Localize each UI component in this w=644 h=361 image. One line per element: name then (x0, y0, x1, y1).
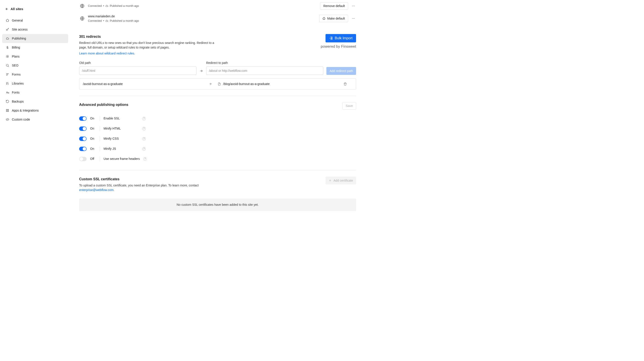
svg-point-25 (353, 18, 354, 19)
remove-default-button[interactable]: Remove default (320, 2, 348, 10)
toggle-state: On (90, 116, 96, 121)
svg-point-20 (352, 6, 352, 6)
sidebar-item-plans[interactable]: Plans (2, 52, 68, 61)
delete-redirect-button[interactable] (344, 82, 352, 86)
toggle-use-secure-frame-headers[interactable] (79, 157, 86, 161)
globe-icon (79, 3, 85, 9)
domain-status: Connected • Published a month ago (88, 4, 320, 8)
sidebar-item-fonts[interactable]: Fonts (2, 88, 68, 97)
redirect-to: /blog/avoid-burnout-as-a-graduate (223, 82, 270, 86)
enterprise-email-link[interactable]: enterprise@webflow.com (79, 188, 114, 192)
toggle-state: On (90, 136, 96, 141)
option-label: Minify HTML (104, 126, 139, 131)
save-button[interactable]: Save (342, 102, 356, 110)
svg-rect-16 (6, 111, 7, 112)
cloud-icon (6, 37, 9, 40)
back-all-sites[interactable]: All sites (0, 4, 70, 16)
ssl-desc: To upload a custom SSL certificate, you … (79, 183, 220, 192)
sidebar-item-label: Publishing (12, 36, 26, 41)
sidebar-item-apps-integrations[interactable]: Apps & Integrations (2, 106, 68, 115)
divider (100, 116, 100, 121)
library-icon (6, 82, 9, 85)
sidebar-item-site-access[interactable]: Site access (2, 25, 68, 34)
home-icon (322, 17, 326, 20)
divider (100, 136, 100, 141)
toggle-state: Off (90, 157, 96, 161)
sidebar-item-custom-code[interactable]: Custom code (2, 115, 68, 124)
main-content: Connected • Published a month ago Remove… (70, 0, 365, 361)
cloud-check-icon (105, 19, 108, 22)
redirect-to-input[interactable] (206, 66, 324, 75)
sidebar-item-label: Forms (12, 72, 21, 77)
sidebar-item-billing[interactable]: Billing (2, 43, 68, 52)
help-icon[interactable]: ? (142, 137, 146, 141)
make-default-button[interactable]: Make default (319, 15, 348, 22)
svg-line-6 (8, 66, 9, 67)
toggle-minify-css[interactable] (79, 137, 86, 141)
more-options-button[interactable] (351, 3, 356, 8)
arrow-right-icon (200, 69, 203, 75)
svg-rect-17 (8, 111, 8, 112)
option-row: OnMinify HTML? (79, 124, 356, 134)
domain-status: Connected • Published a month ago (88, 19, 319, 23)
svg-rect-15 (8, 109, 8, 110)
option-row: OnEnable SSL? (79, 113, 356, 124)
divider (100, 157, 100, 161)
ssl-empty-state: No custom SSL certificates have been add… (79, 199, 356, 211)
sidebar-item-label: Plans (12, 54, 20, 59)
page-icon (218, 82, 221, 86)
settings-sidebar: All sites General Site access Publishing… (0, 0, 70, 361)
globe-icon (79, 15, 85, 21)
learn-more-link[interactable]: Learn more about wildcard redirect rules… (79, 52, 135, 55)
option-label: Use secure frame headers (104, 157, 140, 161)
option-label: Enable SSL (104, 116, 139, 121)
help-icon[interactable]: ? (143, 157, 147, 161)
sidebar-item-label: Apps & Integrations (12, 108, 39, 113)
old-path-label: Old path (79, 61, 196, 65)
sidebar-item-forms[interactable]: Forms (2, 70, 68, 79)
search-icon (6, 64, 9, 67)
svg-point-3 (6, 55, 9, 58)
option-label: Minify JS (104, 146, 139, 151)
help-icon[interactable]: ? (142, 127, 146, 130)
toggle-minify-html[interactable] (79, 126, 86, 131)
sidebar-item-label: Billing (12, 45, 20, 50)
toggle-state: On (90, 126, 96, 131)
svg-line-12 (8, 82, 8, 85)
sidebar-item-general[interactable]: General (2, 16, 68, 25)
sidebar-item-label: Custom code (12, 117, 30, 122)
bulk-import-button[interactable]: Bulk Import (326, 34, 356, 42)
old-path-input[interactable] (79, 66, 196, 75)
key-icon (6, 28, 9, 31)
option-row: OnMinify CSS? (79, 134, 356, 144)
sidebar-item-backups[interactable]: Backups (2, 97, 68, 106)
svg-rect-14 (6, 109, 7, 110)
add-redirect-button[interactable]: Add redirect path (326, 67, 356, 75)
option-label: Minify CSS (104, 136, 139, 141)
help-icon[interactable]: ? (142, 117, 146, 120)
add-certificate-button[interactable]: Add certificate (326, 177, 356, 184)
divider (100, 126, 100, 131)
sidebar-item-label: Site access (12, 27, 28, 32)
sidebar-item-seo[interactable]: SEO (2, 61, 68, 70)
help-icon[interactable]: ? (142, 147, 146, 151)
sidebar-item-label: General (12, 18, 23, 23)
powered-by-text: powered by Finsweet (321, 44, 356, 49)
toggle-enable-ssl[interactable] (79, 116, 86, 121)
redirect-to-label: Redirect to path (206, 61, 324, 65)
domain-row: Connected • Published a month ago Remove… (79, 0, 356, 12)
domain-name: www.marialeden.de (88, 14, 319, 19)
option-row: OnMinify JS? (79, 144, 356, 154)
sidebar-item-libraries[interactable]: Libraries (2, 79, 68, 88)
option-row: OffUse secure frame headers? (79, 154, 356, 164)
svg-point-21 (353, 6, 354, 6)
sidebar-item-publishing[interactable]: Publishing (2, 34, 68, 43)
sidebar-item-label: Libraries (12, 81, 24, 86)
sidebar-item-label: Backups (12, 99, 24, 104)
more-options-button[interactable] (351, 16, 356, 21)
target-icon (6, 55, 9, 58)
advanced-title: Advanced publishing options (79, 102, 128, 107)
import-icon (329, 36, 333, 40)
toggle-minify-js[interactable] (79, 147, 86, 151)
home-icon (6, 19, 9, 22)
